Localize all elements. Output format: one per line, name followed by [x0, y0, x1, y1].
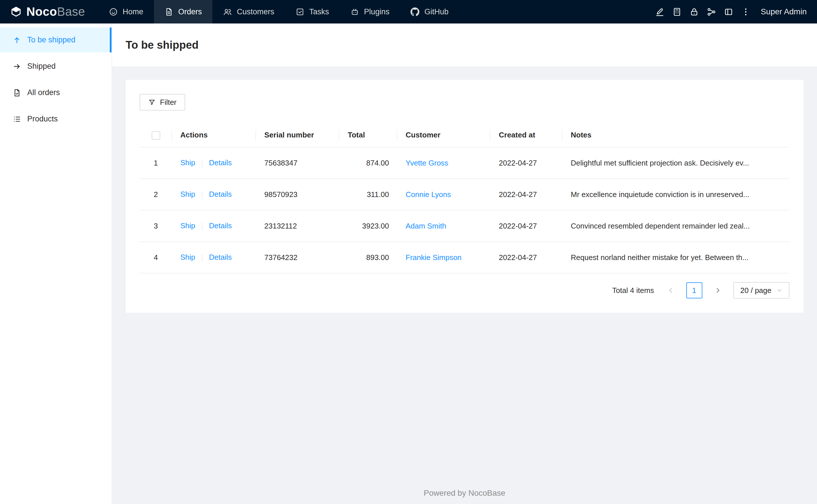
filter-icon: [148, 99, 156, 106]
nocobase-logo[interactable]: NocoBase: [0, 0, 95, 23]
divider: [202, 223, 202, 231]
row-index: 3: [139, 210, 172, 242]
divider: [202, 160, 202, 168]
sidebar-item-label: To be shipped: [27, 36, 75, 44]
orders-table: Actions Serial number Total Customer Cre…: [139, 123, 790, 273]
ship-link[interactable]: Ship: [180, 221, 195, 230]
total-cell: 311.00: [339, 179, 397, 210]
sidebar: To be shipped Shipped All orders Product…: [0, 23, 112, 504]
table-row: 1 ShipDetails 75638347 874.00 Yvette Gro…: [139, 147, 790, 179]
filter-button[interactable]: Filter: [139, 94, 185, 111]
ship-link[interactable]: Ship: [180, 158, 195, 167]
nav-item-github[interactable]: GitHub: [400, 0, 459, 23]
total-cell: 3923.00: [339, 210, 397, 242]
share-icon: [707, 7, 716, 17]
top-navigation: Home Orders Customers: [98, 0, 459, 23]
serial-number-cell: 75638347: [256, 147, 339, 179]
nav-item-orders[interactable]: Orders: [154, 0, 213, 23]
customer-link[interactable]: Frankie Simpson: [406, 253, 461, 262]
topbar-actions: Super Admin: [651, 0, 817, 23]
sidebar-item-products[interactable]: Products: [0, 107, 111, 131]
previous-page-button[interactable]: [663, 282, 679, 298]
chevron-down-icon: [777, 288, 782, 293]
divider: [202, 191, 202, 199]
list-icon: [13, 115, 21, 123]
customer-cell: Connie Lyons: [397, 179, 490, 210]
smile-icon: [109, 7, 118, 16]
customer-link[interactable]: Yvette Gross: [406, 159, 448, 167]
share-button[interactable]: [703, 0, 720, 23]
ship-link[interactable]: Ship: [180, 190, 195, 198]
details-link[interactable]: Details: [209, 221, 232, 230]
page-number-button[interactable]: 1: [686, 282, 702, 298]
customer-cell: Frankie Simpson: [397, 242, 490, 273]
pagination-total: Total 4 items: [612, 286, 654, 295]
team-icon: [223, 7, 232, 16]
nav-item-plugins[interactable]: Plugins: [340, 0, 400, 23]
column-header-actions: Actions: [172, 123, 256, 147]
next-page-button[interactable]: [710, 282, 726, 298]
nav-item-home[interactable]: Home: [98, 0, 154, 23]
lock-icon: [690, 7, 699, 17]
nav-label: Plugins: [364, 7, 390, 16]
more-button[interactable]: [737, 0, 755, 23]
lock-button[interactable]: [686, 0, 703, 23]
column-header-serial: Serial number: [256, 123, 339, 147]
nav-label: Orders: [178, 7, 202, 16]
select-all-checkbox[interactable]: [152, 131, 160, 140]
filter-button-label: Filter: [160, 98, 176, 107]
file-icon: [164, 7, 173, 16]
ship-link[interactable]: Ship: [180, 253, 195, 261]
column-header-customer: Customer: [397, 123, 490, 147]
row-actions: ShipDetails: [172, 179, 256, 210]
customer-link[interactable]: Connie Lyons: [406, 190, 451, 199]
total-cell: 893.00: [339, 242, 397, 273]
notes-cell: Mr excellence inquietude conviction is i…: [562, 179, 790, 210]
details-link[interactable]: Details: [209, 158, 232, 167]
current-user[interactable]: Super Admin: [761, 7, 807, 16]
row-index: 4: [139, 242, 172, 273]
customer-link[interactable]: Adam Smith: [406, 222, 446, 230]
nocobase-logo-icon: [10, 6, 22, 17]
github-icon: [411, 7, 419, 16]
divider: [202, 254, 202, 262]
nav-item-customers[interactable]: Customers: [213, 0, 285, 23]
details-link[interactable]: Details: [209, 253, 232, 261]
sidebar-item-all-orders[interactable]: All orders: [0, 80, 111, 105]
nav-label: GitHub: [424, 7, 448, 16]
details-link[interactable]: Details: [209, 190, 232, 198]
arrow-up-icon: [13, 36, 21, 44]
table-header-row: Actions Serial number Total Customer Cre…: [139, 123, 790, 147]
table-row: 4 ShipDetails 73764232 893.00 Frankie Si…: [139, 242, 790, 273]
table-row: 2 ShipDetails 98570923 311.00 Connie Lyo…: [139, 179, 790, 210]
row-actions: ShipDetails: [172, 210, 256, 242]
table-row: 3 ShipDetails 23132112 3923.00 Adam Smit…: [139, 210, 790, 242]
more-icon: [741, 7, 751, 17]
topbar: NocoBase Home Orders: [0, 0, 817, 23]
page-title: To be shipped: [125, 39, 198, 51]
page-size-select[interactable]: 20 / page: [733, 282, 790, 299]
page-size-value: 20 / page: [741, 286, 771, 295]
orders-card: Filter Actions Serial number Total Custo…: [125, 80, 804, 313]
customer-cell: Adam Smith: [397, 210, 490, 242]
logo-text: NocoBase: [26, 5, 85, 19]
highlighter-icon: [655, 7, 665, 17]
total-cell: 874.00: [339, 147, 397, 179]
serial-number-cell: 73764232: [256, 242, 339, 273]
created-at-cell: 2022-04-27: [490, 179, 562, 210]
layout-button[interactable]: [720, 0, 737, 23]
customer-cell: Yvette Gross: [397, 147, 490, 179]
created-at-cell: 2022-04-27: [490, 210, 562, 242]
sidebar-item-label: Products: [27, 115, 58, 123]
page-header: To be shipped: [112, 23, 817, 66]
nav-item-tasks[interactable]: Tasks: [285, 0, 340, 23]
nav-label: Home: [123, 7, 143, 16]
row-index: 2: [139, 179, 172, 210]
sidebar-item-to-be-shipped[interactable]: To be shipped: [0, 27, 111, 52]
pagination: Total 4 items 1 20 / page: [139, 282, 790, 299]
ui-editor-button[interactable]: [651, 0, 669, 23]
main-area: To be shipped Filter: [112, 23, 817, 504]
calculator-button[interactable]: [669, 0, 686, 23]
notes-cell: Delightful met sufficient projection ask…: [562, 147, 790, 179]
sidebar-item-shipped[interactable]: Shipped: [0, 54, 111, 79]
